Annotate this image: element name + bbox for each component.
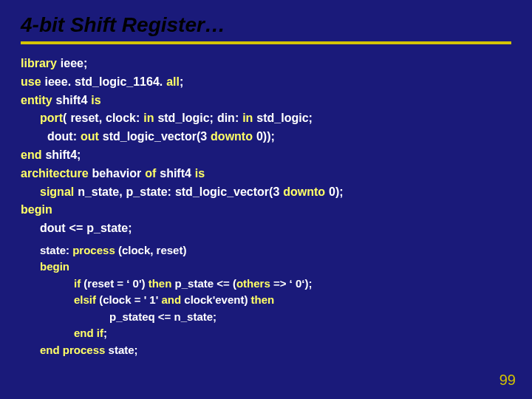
code-line: library ieee; xyxy=(21,55,511,73)
kw-is: is xyxy=(91,94,100,106)
code-line: dout <= p_state; xyxy=(21,219,511,238)
code-line: architecture behavior of shift4 is xyxy=(21,165,511,183)
code-text: n_state, p_state: std_logic_vector(3 xyxy=(74,185,283,198)
code-line: begin xyxy=(21,259,511,276)
code-text: behavior xyxy=(89,167,146,180)
title-underline xyxy=(21,41,511,44)
code-text: shift4; xyxy=(41,149,81,161)
code-text: dout <= p_state; xyxy=(40,222,132,234)
code-line: end process state; xyxy=(21,342,511,359)
kw-then: then xyxy=(251,293,275,306)
vhdl-code-top: library ieee; use ieee. std_logic_1164. … xyxy=(21,55,511,238)
kw-use: use xyxy=(21,75,41,88)
code-text: (clock, reset) xyxy=(115,244,187,256)
kw-is: is xyxy=(195,167,205,180)
slide-title: 4-bit Shift Register… xyxy=(21,13,511,37)
kw-entity: entity xyxy=(21,94,52,106)
code-line: elsif (clock = ' 1' and clock'event) the… xyxy=(21,292,511,309)
kw-downto: downto xyxy=(211,130,253,143)
kw-begin: begin xyxy=(40,260,69,273)
code-text: (clock = ' 1' xyxy=(96,293,161,306)
code-line: signal n_state, p_state: std_logic_vecto… xyxy=(21,183,511,202)
code-text: state: xyxy=(40,244,72,256)
kw-downto: downto xyxy=(283,185,325,198)
code-text: dout: xyxy=(47,130,81,143)
code-text: p_state <= ( xyxy=(171,277,236,290)
kw-begin: begin xyxy=(21,203,52,216)
kw-in: in xyxy=(143,112,154,124)
kw-in: in xyxy=(242,112,253,124)
code-line: dout: out std_logic_vector(3 downto 0)); xyxy=(21,128,511,146)
kw-port: port xyxy=(40,112,63,124)
code-text: 0); xyxy=(325,185,344,198)
code-text: clock'event) xyxy=(181,293,250,306)
code-text: state; xyxy=(105,344,137,356)
kw-all: all xyxy=(166,75,180,88)
code-text: (reset = ‘ 0') xyxy=(81,277,149,290)
kw-then: then xyxy=(149,277,172,290)
kw-if: if xyxy=(74,277,81,290)
code-text: std_logic; xyxy=(253,112,313,124)
code-line: entity shift4 is xyxy=(21,92,511,110)
kw-out: out xyxy=(81,130,99,143)
code-line: state: process (clock, reset) xyxy=(21,242,511,259)
code-line: use ieee. std_logic_1164. all; xyxy=(21,73,511,92)
code-text: shift4 xyxy=(156,167,195,180)
kw-elsif: elsif xyxy=(74,293,96,306)
code-text: ; xyxy=(180,75,183,88)
code-line: end if; xyxy=(21,325,511,342)
code-line: p_stateq <= n_state; xyxy=(21,309,511,326)
code-line: end shift4; xyxy=(21,146,511,165)
vhdl-code-bottom: state: process (clock, reset) begin if (… xyxy=(21,242,511,359)
kw-signal: signal xyxy=(40,185,74,198)
kw-process: process xyxy=(72,244,115,256)
code-text: ( reset, clock: xyxy=(63,112,143,124)
kw-and: and xyxy=(161,293,181,306)
kw-others: others xyxy=(236,277,270,290)
code-text: 0)); xyxy=(253,130,275,143)
kw-end: end xyxy=(21,149,41,161)
code-line: port( reset, clock: in std_logic; din: i… xyxy=(21,109,511,128)
code-text: std_logic_vector(3 xyxy=(99,130,211,143)
code-text: ieee. std_logic_1164. xyxy=(41,75,167,88)
kw-library: library xyxy=(21,57,57,69)
code-text: shift4 xyxy=(52,94,92,106)
kw-endif: end if xyxy=(74,327,103,339)
code-text: => ‘ 0‘); xyxy=(270,277,313,290)
code-text: ; xyxy=(103,327,107,339)
code-line: if (reset = ‘ 0') then p_state <= (other… xyxy=(21,276,511,293)
code-text: std_logic; din: xyxy=(154,112,242,124)
code-line: begin xyxy=(21,201,511,219)
kw-architecture: architecture xyxy=(21,167,89,180)
page-number: 99 xyxy=(499,372,516,389)
code-text: p_stateq <= n_state; xyxy=(109,310,216,323)
kw-endprocess: end process xyxy=(40,344,105,356)
kw-of: of xyxy=(145,167,156,180)
code-text: ieee; xyxy=(57,57,87,69)
